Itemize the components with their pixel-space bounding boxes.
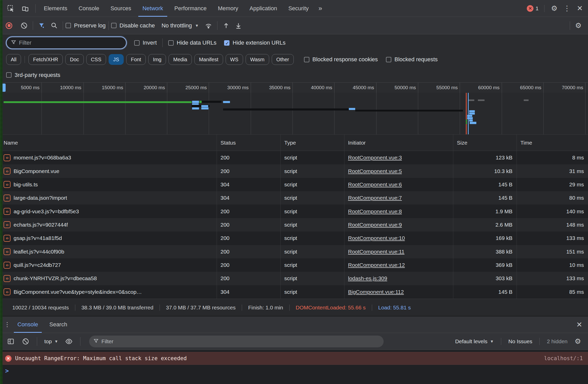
disable-cache-checkbox[interactable]: Disable cache xyxy=(111,22,155,29)
console-filter-input[interactable] xyxy=(101,338,380,345)
initiator-link[interactable]: RootComponent.vue:12 xyxy=(348,262,405,268)
blocked-response-cookies-checkbox[interactable]: Blocked response cookies xyxy=(304,56,378,63)
filter-type-chip[interactable]: Fetch/XHR xyxy=(28,54,63,65)
filter-type-chip[interactable]: Doc xyxy=(65,54,84,65)
initiator-link[interactable]: RootComponent.vue:11 xyxy=(348,249,404,255)
network-conditions-icon[interactable] xyxy=(202,19,215,32)
issues-counter[interactable]: No Issues xyxy=(508,338,532,345)
console-prompt[interactable]: > xyxy=(0,365,588,384)
initiator-link[interactable]: BigComponent.vue:112 xyxy=(348,289,404,295)
close-drawer-icon[interactable]: ✕ xyxy=(574,319,585,330)
initiator-link[interactable]: lodash-es.js:309 xyxy=(348,275,387,281)
eye-live-expression-icon[interactable] xyxy=(63,335,75,348)
panel-tab[interactable]: Network xyxy=(137,0,169,17)
checkbox-checked[interactable] xyxy=(224,40,229,46)
network-request-row[interactable]: ‹› moment.js?v=068ba6a3 200 script RootC… xyxy=(0,151,588,164)
panel-tab[interactable]: Performance xyxy=(169,0,212,17)
filter-type-chip[interactable]: Media xyxy=(169,54,192,65)
drawer-kebab-menu-icon[interactable]: ⋮ xyxy=(3,319,12,330)
hide-data-urls-checkbox[interactable]: Hide data URLs xyxy=(168,39,216,46)
filter-type-chip[interactable]: WS xyxy=(226,54,243,65)
column-header-time[interactable]: Time xyxy=(517,135,588,151)
console-filter-field[interactable] xyxy=(89,336,384,347)
network-request-row[interactable]: ‹› quill.js?v=c24db727 200 script RootCo… xyxy=(0,258,588,272)
export-har-icon[interactable] xyxy=(232,19,245,32)
drawer-tab[interactable]: Search xyxy=(44,316,73,333)
network-request-row[interactable]: ‹› echarts.js?v=9027444f 200 script Root… xyxy=(0,218,588,231)
network-request-row[interactable]: ‹› leaflet.js?v=44c0f90b 200 script Root… xyxy=(0,245,588,258)
initiator-link[interactable]: RootComponent.vue:7 xyxy=(348,195,402,201)
filter-type-chip[interactable]: Other xyxy=(272,54,294,65)
panel-tab[interactable]: Application xyxy=(244,0,283,17)
clear-network-log-icon[interactable] xyxy=(18,19,30,32)
import-har-icon[interactable] xyxy=(220,19,232,32)
log-levels-dropdown[interactable]: Default levels ▼ xyxy=(455,338,494,345)
column-header-type[interactable]: Type xyxy=(281,135,344,151)
blocked-requests-checkbox[interactable]: Blocked requests xyxy=(386,56,438,63)
preserve-log-checkbox[interactable]: Preserve log xyxy=(66,22,106,29)
checkbox[interactable] xyxy=(6,72,12,78)
column-header-status[interactable]: Status xyxy=(217,135,281,151)
filter-type-chip[interactable]: Img xyxy=(148,54,166,65)
inspect-element-icon[interactable] xyxy=(5,2,17,15)
panel-tab[interactable]: Security xyxy=(283,0,314,17)
filter-type-chip-all[interactable]: All xyxy=(6,54,21,65)
clear-console-icon[interactable] xyxy=(19,335,32,348)
network-request-row[interactable]: ‹› big-utils.ts 304 script RootComponent… xyxy=(0,178,588,191)
settings-gear-icon[interactable]: ⚙ xyxy=(549,3,560,14)
network-request-row[interactable]: ‹› BigComponent.vue 200 script RootCompo… xyxy=(0,164,588,178)
console-sidebar-toggle-icon[interactable] xyxy=(5,335,17,348)
timeline-range-handle[interactable] xyxy=(2,84,6,92)
initiator-link[interactable]: RootComponent.vue:3 xyxy=(348,155,402,161)
hidden-messages-count[interactable]: 2 hidden xyxy=(547,338,568,345)
filter-type-chip[interactable]: Font xyxy=(126,54,146,65)
filter-type-chip[interactable]: Manifest xyxy=(194,54,223,65)
column-header-size[interactable]: Size xyxy=(453,135,517,151)
network-settings-gear-icon[interactable]: ⚙ xyxy=(573,20,584,31)
network-request-row[interactable]: ‹› large-data.json?import 304 script Roo… xyxy=(0,191,588,205)
kebab-menu-icon[interactable]: ⋮ xyxy=(561,3,573,14)
checkbox[interactable] xyxy=(134,40,140,46)
panel-tab[interactable]: Elements xyxy=(38,0,73,17)
initiator-link[interactable]: RootComponent.vue:8 xyxy=(348,208,402,215)
network-request-row[interactable]: ‹› ag-grid-vue3.js?v=bdfbf5e3 200 script… xyxy=(0,205,588,218)
panel-tab[interactable]: Console xyxy=(73,0,105,17)
column-header-initiator[interactable]: Initiator xyxy=(344,135,453,151)
checkbox[interactable] xyxy=(168,40,174,46)
execution-context-dropdown[interactable]: top ▼ xyxy=(42,338,60,345)
network-request-row[interactable]: ‹› chunk-YNRHTVZR.js?v=dbecaa58 200 scri… xyxy=(0,272,588,285)
checkbox[interactable] xyxy=(386,57,391,62)
console-error-message[interactable]: ✕ Uncaught RangeError: Maximum call stac… xyxy=(0,352,588,365)
checkbox[interactable] xyxy=(66,23,71,28)
panel-tab[interactable]: Sources xyxy=(105,0,137,17)
close-devtools-icon[interactable]: ✕ xyxy=(574,3,585,14)
invert-checkbox[interactable]: Invert xyxy=(134,39,157,46)
filter-type-chip[interactable]: Wasm xyxy=(246,54,269,65)
third-party-requests-checkbox[interactable]: 3rd-party requests xyxy=(6,72,60,78)
network-filter-field[interactable] xyxy=(6,37,127,49)
network-filter-input[interactable] xyxy=(19,39,122,46)
search-icon[interactable] xyxy=(48,19,60,32)
network-request-row[interactable]: ‹› BigComponent.vue?vue&type=style&index… xyxy=(0,285,588,299)
initiator-link[interactable]: RootComponent.vue:9 xyxy=(348,222,402,228)
record-network-log-button[interactable] xyxy=(6,22,12,29)
console-settings-gear-icon[interactable]: ⚙ xyxy=(572,336,583,347)
checkbox[interactable] xyxy=(111,23,117,28)
error-count-badge[interactable]: ✕ 1 xyxy=(527,5,539,12)
device-toolbar-icon[interactable] xyxy=(19,2,31,15)
initiator-link[interactable]: RootComponent.vue:10 xyxy=(348,235,405,241)
initiator-link[interactable]: RootComponent.vue:6 xyxy=(348,181,402,188)
column-header-name[interactable]: Name xyxy=(0,135,217,151)
initiator-link[interactable]: RootComponent.vue:5 xyxy=(348,168,402,174)
filter-type-chip[interactable]: JS xyxy=(109,54,124,65)
throttling-dropdown[interactable]: No throttling ▼ xyxy=(162,22,199,29)
panel-tab[interactable]: Memory xyxy=(212,0,244,17)
more-tabs-icon[interactable]: » xyxy=(314,4,326,12)
network-overview-waterfall[interactable] xyxy=(0,93,588,135)
drawer-tab[interactable]: Console xyxy=(12,316,44,333)
checkbox[interactable] xyxy=(304,57,309,62)
filter-funnel-icon[interactable] xyxy=(36,19,48,32)
network-request-row[interactable]: ‹› gsap.js?v=41a81f5d 200 script RootCom… xyxy=(0,231,588,245)
hide-extension-urls-checkbox[interactable]: Hide extension URLs xyxy=(224,39,286,46)
error-source-link[interactable]: localhost/:1 xyxy=(544,355,583,361)
